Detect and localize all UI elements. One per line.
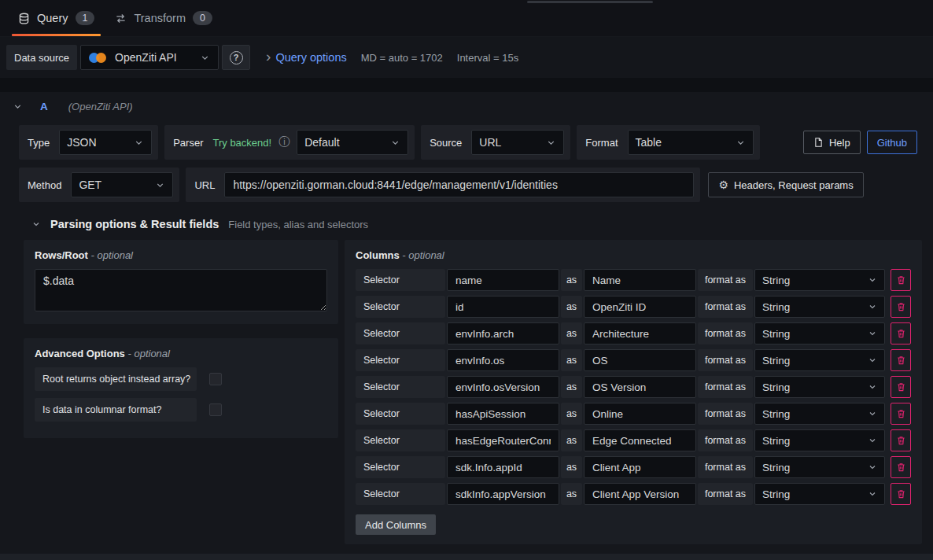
chevron-down-icon	[868, 382, 877, 392]
alias-input[interactable]	[584, 269, 696, 291]
trash-icon	[896, 462, 906, 473]
format-as-label: format as	[698, 269, 753, 291]
delete-column-button[interactable]	[891, 322, 911, 344]
url-input[interactable]	[224, 172, 694, 197]
delete-column-button[interactable]	[891, 403, 911, 425]
query-ref-id: A	[40, 101, 48, 112]
selector-input[interactable]	[447, 429, 559, 451]
column-format-select[interactable]: String	[754, 322, 885, 344]
format-select[interactable]: Table	[628, 130, 754, 155]
column-format-value: String	[762, 328, 790, 340]
delete-column-button[interactable]	[891, 429, 911, 451]
type-select[interactable]: JSON	[59, 130, 152, 155]
selector-input[interactable]	[447, 456, 559, 478]
source-select[interactable]: URL	[471, 130, 564, 155]
chevron-down-icon	[31, 219, 41, 229]
format-as-label: format as	[698, 376, 753, 398]
delete-column-button[interactable]	[891, 456, 911, 478]
advanced-options-optional: - optional	[127, 348, 169, 359]
advanced-option-row: Is data in columnar format?	[35, 398, 327, 422]
selector-label: Selector	[356, 483, 445, 505]
delete-column-button[interactable]	[891, 483, 911, 505]
parsing-options-header[interactable]: Parsing options & Result fields Field ty…	[19, 210, 917, 240]
datasource-help-button[interactable]: ?	[222, 45, 250, 70]
column-format-value: String	[762, 408, 790, 420]
headers-request-params-button[interactable]: ⚙ Headers, Request params	[708, 172, 863, 197]
alias-input[interactable]	[584, 403, 696, 425]
column-format-select[interactable]: String	[754, 376, 885, 398]
parsing-left-column: Rows/Root - optional $.data Advanced Opt…	[24, 240, 338, 438]
pane-resize-handle[interactable]	[527, 1, 653, 3]
column-row: Selector as format as String	[356, 429, 911, 451]
github-button[interactable]: Github	[867, 131, 917, 154]
selector-input[interactable]	[447, 296, 559, 318]
alias-input[interactable]	[584, 429, 696, 451]
method-label: Method	[25, 179, 64, 191]
column-format-select[interactable]: String	[754, 349, 885, 371]
query-row-header[interactable]: A (OpenZiti API)	[0, 92, 933, 120]
rows-root-box: Rows/Root - optional $.data	[24, 240, 338, 324]
column-format-select[interactable]: String	[754, 483, 885, 505]
selector-input[interactable]	[447, 483, 559, 505]
help-button-label: Help	[829, 137, 850, 149]
chevron-down-icon	[868, 436, 877, 445]
rows-root-textarea[interactable]: $.data	[35, 269, 327, 311]
column-format-select[interactable]: String	[754, 429, 885, 451]
add-columns-button[interactable]: Add Columns	[356, 514, 436, 535]
source-value: URL	[479, 136, 501, 149]
alias-input[interactable]	[584, 322, 696, 344]
column-format-select[interactable]: String	[754, 456, 885, 478]
method-select[interactable]: GET	[71, 172, 173, 197]
try-backend-hint[interactable]: Try backend!	[212, 137, 271, 149]
github-button-label: Github	[877, 137, 907, 149]
column-row: Selector as format as String	[356, 349, 911, 371]
info-circle-icon: ⓘ	[278, 135, 289, 149]
advanced-option-checkbox[interactable]	[209, 403, 222, 416]
chevron-right-icon: ›	[266, 48, 271, 65]
delete-column-button[interactable]	[891, 296, 911, 318]
selector-input[interactable]	[447, 269, 559, 291]
query-options-link[interactable]: Query options	[275, 51, 346, 64]
chevron-down-icon	[868, 489, 877, 499]
selector-input[interactable]	[447, 349, 559, 371]
datasource-picker[interactable]: OpenZiti API	[80, 45, 219, 70]
alias-input[interactable]	[584, 349, 696, 371]
alias-input[interactable]	[584, 456, 696, 478]
trash-icon	[896, 355, 906, 366]
tab-query[interactable]: Query 1	[8, 0, 105, 36]
selector-input[interactable]	[447, 376, 559, 398]
datasource-name: OpenZiti API	[115, 51, 193, 64]
as-label: as	[561, 349, 582, 371]
column-row: Selector as format as String	[356, 376, 911, 398]
parser-select[interactable]: Default	[297, 130, 408, 155]
column-format-select[interactable]: String	[754, 296, 885, 318]
selector-input[interactable]	[447, 322, 559, 344]
chevron-down-icon	[546, 138, 556, 148]
tab-transform[interactable]: Transform 0	[105, 0, 222, 36]
column-format-value: String	[762, 381, 790, 393]
column-format-value: String	[762, 274, 790, 286]
type-value: JSON	[67, 136, 96, 149]
trash-icon	[896, 435, 906, 446]
column-format-select[interactable]: String	[754, 269, 885, 291]
column-format-value: String	[762, 435, 790, 447]
alias-input[interactable]	[584, 483, 696, 505]
delete-column-button[interactable]	[891, 376, 911, 398]
advanced-options-label: Advanced Options	[35, 348, 125, 359]
selector-label: Selector	[356, 269, 445, 291]
delete-column-button[interactable]	[891, 349, 911, 371]
alias-input[interactable]	[584, 376, 696, 398]
delete-column-button[interactable]	[891, 269, 911, 291]
advanced-option-checkbox[interactable]	[209, 373, 222, 385]
tab-transform-label: Transform	[134, 12, 186, 24]
format-as-label: format as	[698, 483, 753, 505]
trash-icon	[896, 328, 906, 339]
column-format-select[interactable]: String	[754, 403, 885, 425]
trash-icon	[896, 381, 906, 392]
alias-input[interactable]	[584, 296, 696, 318]
query-editor-card: A (OpenZiti API) Type JSON Parser Try ba…	[0, 92, 933, 554]
selector-input[interactable]	[447, 403, 559, 425]
help-button[interactable]: Help	[803, 131, 861, 154]
column-row: Selector as format as String	[356, 322, 911, 344]
url-field-group: URL	[186, 168, 700, 202]
